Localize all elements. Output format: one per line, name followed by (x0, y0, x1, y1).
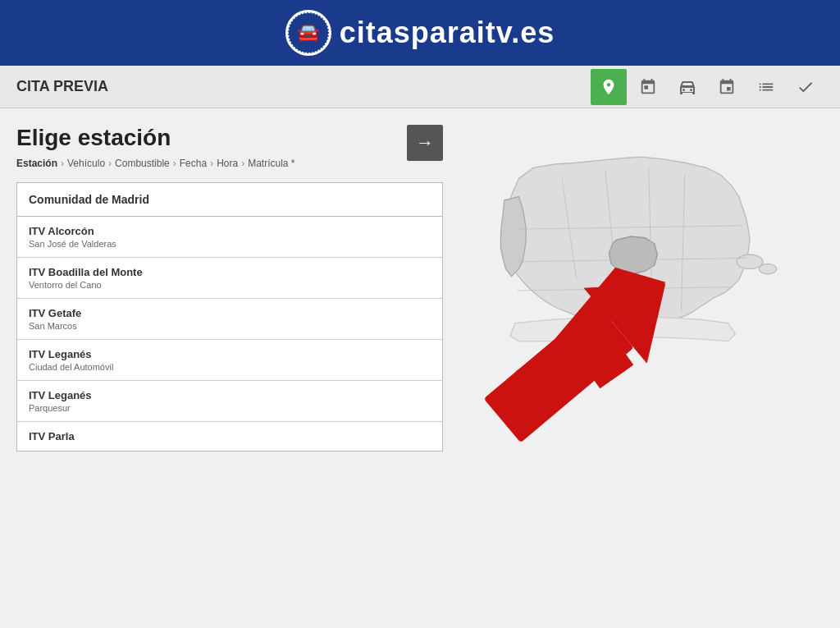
station-list: Comunidad de Madrid ITV Alcorcón San Jos… (16, 182, 443, 452)
red-arrow (436, 256, 699, 486)
page-heading: Elige estación (16, 125, 295, 151)
breadcrumb-matricula: Matrícula * (248, 158, 294, 169)
breadcrumb: Estación › Vehículo › Combustible › Fech… (16, 158, 295, 169)
svg-point-3 (759, 264, 776, 273)
station-item-leganes-2[interactable]: ITV Leganés Parquesur (17, 381, 442, 422)
breadcrumb-fecha: Fecha (180, 158, 207, 169)
car-nav-icon (678, 78, 697, 96)
nav-list-btn[interactable] (748, 69, 784, 105)
car-icon: 🚘 (297, 22, 319, 44)
nav-calendar-grid-btn[interactable] (630, 69, 666, 105)
station-group-header[interactable]: Comunidad de Madrid (17, 183, 442, 217)
map-container (461, 133, 822, 445)
site-header: 🚘 citasparaitv.es (0, 0, 840, 66)
station-addr: Ciudad del Automóvil (29, 362, 431, 372)
nav-icons (591, 69, 824, 105)
right-panel (459, 125, 824, 620)
location-icon (600, 78, 618, 96)
main-content: Elige estación Estación › Vehículo › Com… (0, 108, 840, 628)
station-addr: Ventorro del Cano (29, 280, 431, 290)
calendar-grid-icon (639, 78, 657, 96)
nav-location-btn[interactable] (591, 69, 627, 105)
breadcrumb-hora: Hora (217, 158, 238, 169)
navbar: CITA PREVIA (0, 66, 840, 108)
station-addr: San Marcos (29, 321, 431, 331)
nav-car-btn[interactable] (669, 69, 705, 105)
svg-point-2 (737, 254, 763, 269)
station-addr: San José de Valderas (29, 239, 431, 249)
station-item-alcorcon[interactable]: ITV Alcorcón San José de Valderas (17, 217, 442, 258)
logo-circle: 🚘 (285, 10, 331, 56)
station-item-getafe[interactable]: ITV Getafe San Marcos (17, 299, 442, 340)
nav-check-btn[interactable] (788, 69, 824, 105)
station-name: ITV Parla (29, 430, 431, 442)
station-item-parla[interactable]: ITV Parla (17, 422, 442, 451)
list-icon (757, 78, 775, 96)
station-name: ITV Getafe (29, 307, 431, 319)
breadcrumb-vehiculo: Vehículo (67, 158, 105, 169)
left-panel: Elige estación Estación › Vehículo › Com… (16, 125, 443, 620)
station-item-boadilla[interactable]: ITV Boadilla del Monte Ventorro del Cano (17, 258, 442, 299)
station-item-leganes-1[interactable]: ITV Leganés Ciudad del Automóvil (17, 340, 442, 381)
station-addr: Parquesur (29, 403, 431, 413)
station-name: ITV Boadilla del Monte (29, 266, 431, 278)
station-name: ITV Leganés (29, 348, 431, 360)
nav-title: CITA PREVIA (16, 78, 591, 95)
breadcrumb-estacion: Estación (16, 158, 57, 169)
nav-cal-btn[interactable] (709, 69, 745, 105)
next-button[interactable]: → (407, 125, 443, 161)
breadcrumb-combustible: Combustible (115, 158, 170, 169)
calendar-icon (718, 78, 736, 96)
site-title: citasparaitv.es (340, 16, 555, 50)
station-name: ITV Leganés (29, 389, 431, 401)
check-icon (797, 78, 815, 96)
svg-point-1 (690, 89, 692, 91)
svg-point-0 (682, 89, 685, 91)
station-name: ITV Alcorcón (29, 225, 431, 237)
